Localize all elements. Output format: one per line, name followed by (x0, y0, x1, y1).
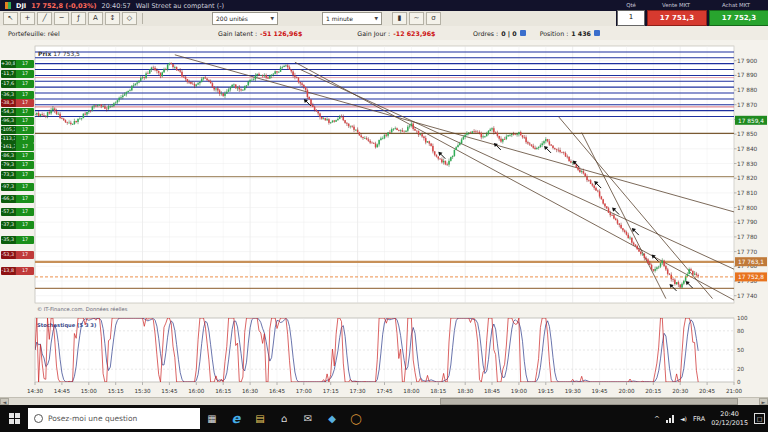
position-label[interactable]: -79,317 829,4 (1, 161, 34, 169)
position-pnl: -54,3 (1, 108, 15, 116)
position-pnl: -11,7 (1, 70, 15, 78)
stoch-axis-tick: 0 (737, 379, 741, 385)
mail-icon[interactable]: ✉ (296, 405, 320, 432)
browser-icon[interactable]: ◯ (344, 405, 368, 432)
volume-icon[interactable]: ◄) (680, 415, 687, 422)
clock-time: 20:40 (711, 410, 748, 419)
price-axis-tick: 17 850 (737, 131, 758, 137)
position-label[interactable]: -86,317 835,4 (1, 152, 34, 160)
trendline-icon[interactable]: ╱ (37, 12, 52, 25)
position-price: 17 884,5 (15, 80, 34, 88)
network-icon[interactable] (666, 415, 674, 423)
position-pnl: -97,3 (1, 183, 15, 191)
timeframe-dropdown[interactable]: 1 minute ▼ (322, 12, 382, 25)
svg-text:17 752,8: 17 752,8 (738, 274, 764, 280)
position-settings-icon[interactable] (594, 30, 600, 36)
position-label[interactable]: -97,317 814,4 (1, 183, 34, 191)
chart-area[interactable]: 14:3014:4515:0015:1515:3015:4516:0016:15… (0, 40, 768, 397)
position-label[interactable]: -73,317 822,4 (1, 171, 34, 179)
portfolio-label: Portefeuille: réel (8, 30, 218, 37)
position-label[interactable]: -36,317 877,4 (1, 91, 34, 99)
time-axis-tick: 17:00 (296, 388, 313, 394)
price-axis-tick: 17 900 (737, 58, 758, 64)
system-tray: ^ ◄) FRA 20:40 02/12/2015 □ (654, 410, 768, 427)
horizontal-line-icon[interactable]: ─ (54, 12, 69, 25)
position-price: 17 859,4 (15, 117, 34, 125)
time-axis-tick: 14:45 (54, 388, 71, 394)
qty-input[interactable]: 1 (617, 10, 645, 26)
position-label[interactable]: -13,817 757,4 (1, 267, 34, 275)
time-axis-tick: 21:00 (726, 388, 743, 394)
time-axis-tick: 18:15 (430, 388, 447, 394)
tray-chevron-icon[interactable]: ^ (654, 415, 660, 423)
position-label[interactable]: -57,317 797,4 (1, 208, 34, 216)
store-icon[interactable]: ⌂ (272, 405, 296, 432)
units-dropdown[interactable]: 200 unités ▼ (212, 12, 278, 25)
buy-market-button[interactable]: 17 752,3 (709, 10, 768, 26)
price-axis-tick: 17 780 (737, 234, 758, 240)
position-price: 17 835,4 (15, 152, 34, 160)
app-icon (5, 2, 11, 9)
file-explorer-icon[interactable]: ▤ (248, 405, 272, 432)
position-price: 17 898,4 (15, 60, 34, 68)
time-axis-tick: 20:00 (618, 388, 635, 394)
orders-settings-icon[interactable] (520, 30, 526, 36)
position-label[interactable]: -37,317 788,4 (1, 221, 34, 229)
chart-legend: Prix 17 753,5 (38, 50, 80, 57)
taskbar-clock[interactable]: 20:40 02/12/2015 (711, 410, 748, 427)
orders-label: Ordres : (473, 30, 498, 37)
position-label[interactable]: -105,317 853,4 (1, 126, 34, 134)
position-label[interactable]: -11,717 891,4 (1, 70, 34, 78)
measure-icon[interactable]: ↕ (105, 12, 120, 25)
position-price: 17 841,4 (15, 143, 34, 151)
position-label[interactable]: -38,317 871,4 (1, 99, 34, 107)
chart-toolbar: ↖+╱─ƒA↕◇ 200 unités ▼ 1 minute ▼ ▮~σ (0, 11, 616, 27)
crosshair-icon[interactable]: + (20, 12, 35, 25)
orders-group: Ordres : 0 | 0 (473, 30, 526, 37)
position-label[interactable]: -113,317 847,4 (1, 135, 34, 143)
cortana-icon (34, 414, 43, 423)
indicator-icon[interactable]: σ (426, 12, 441, 25)
time-axis-tick: 17:30 (350, 388, 367, 394)
scroll-right-icon[interactable]: ► (759, 398, 768, 405)
position-label[interactable]: -96,317 859,4 (1, 117, 34, 125)
qty-label: Qté (616, 2, 646, 8)
notification-center-icon[interactable]: □ (754, 413, 765, 424)
line-chart-icon[interactable]: ~ (409, 12, 424, 25)
position-label[interactable]: -54,317 865,4 (1, 108, 34, 116)
position-label[interactable]: +30,817 898,4 (1, 60, 34, 68)
shape-icon[interactable]: ◇ (122, 12, 137, 25)
position-label[interactable]: -35,317 778,4 (1, 236, 34, 244)
position-label[interactable]: -53,317 768,4 (1, 251, 34, 259)
task-view-icon[interactable]: ▦ (200, 405, 224, 432)
sell-market-button[interactable]: 17 751,3 (647, 10, 707, 26)
scrollbar-thumb[interactable] (440, 398, 738, 405)
position-label[interactable]: -17,617 884,5 (1, 80, 34, 88)
edge-icon[interactable]: e (224, 405, 248, 432)
time-axis-tick: 17:15 (323, 388, 340, 394)
position-label[interactable]: -66,317 806,4 (1, 195, 34, 203)
gain-day-value: -12 623,96$ (393, 30, 435, 37)
fibonacci-icon[interactable]: ƒ (71, 12, 86, 25)
start-button[interactable] (0, 405, 28, 432)
photos-icon[interactable]: ◆ (320, 405, 344, 432)
price-axis-tick: 17 830 (737, 161, 758, 167)
time-axis-tick: 18:45 (484, 388, 501, 394)
position-price: 17 865,4 (15, 108, 34, 116)
time-axis-tick: 19:45 (592, 388, 609, 394)
position-price: 17 891,4 (15, 70, 34, 78)
cursor-icon[interactable]: ↖ (3, 12, 18, 25)
price-axis-tick: 17 740 (737, 293, 758, 299)
time-axis-tick: 15:45 (161, 388, 178, 394)
cortana-search-input[interactable]: Posez-moi une question (28, 408, 200, 429)
text-tool-icon[interactable]: A (88, 12, 103, 25)
scroll-left-icon[interactable]: ◄ (0, 398, 9, 405)
position-label[interactable]: -161,317 841,4 (1, 143, 34, 151)
candlestick-icon[interactable]: ▮ (392, 12, 407, 25)
time-axis-tick: 19:30 (565, 388, 582, 394)
position-pnl: -105,3 (1, 126, 15, 134)
position-pnl: -53,3 (1, 251, 15, 259)
taskbar-apps: ▦e▤⌂✉◆◯ (200, 405, 368, 432)
gain-latent-value: -51 126,96$ (260, 30, 302, 37)
language-indicator[interactable]: FRA (693, 415, 705, 423)
